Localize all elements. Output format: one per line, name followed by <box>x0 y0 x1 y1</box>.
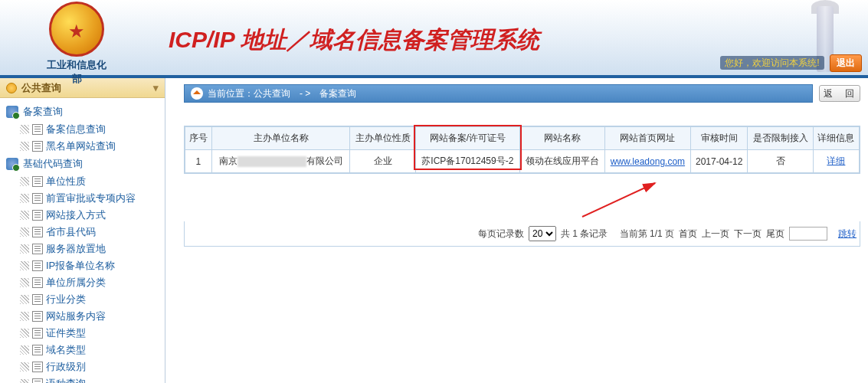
tree-dots-icon <box>20 177 29 186</box>
tree-dots-icon <box>20 312 29 321</box>
goto-link[interactable]: 跳转 <box>838 228 857 241</box>
col-header: 是否限制接入 <box>748 127 813 150</box>
page-icon <box>32 345 43 355</box>
cell-limited: 否 <box>748 150 813 173</box>
total-label: 共 1 条记录 <box>561 228 608 241</box>
sidebar-item-label: 单位所属分类 <box>46 276 106 290</box>
next-page[interactable]: 下一页 <box>734 228 762 241</box>
detail-link[interactable]: 详细 <box>827 155 845 166</box>
tree-dots-icon <box>20 211 29 220</box>
sidebar-item[interactable]: 单位所属分类 <box>3 274 162 291</box>
folder-icon <box>6 158 18 170</box>
col-header: 网站首页网址 <box>604 127 690 150</box>
bullet-icon <box>6 83 17 93</box>
sidebar-group[interactable]: 基础代码查询 <box>3 155 162 173</box>
sidebar-item-label: IP报备单位名称 <box>46 259 115 273</box>
col-header: 详细信息 <box>813 127 859 150</box>
breadcrumb-prefix: 当前位置： <box>208 87 254 100</box>
sidebar-item[interactable]: 黑名单网站查询 <box>3 138 162 155</box>
sidebar-item-label: 语种查询 <box>46 377 86 383</box>
sidebar-item-label: 前置审批或专项内容 <box>46 192 136 205</box>
sidebar-item[interactable]: 网站接入方式 <box>3 207 162 224</box>
sidebar-item-label: 服务器放置地 <box>46 242 106 256</box>
home-icon <box>191 87 203 100</box>
first-page[interactable]: 首页 <box>679 228 697 241</box>
tree-dots-icon <box>20 345 29 355</box>
goto-input[interactable] <box>789 227 827 241</box>
page-icon <box>32 176 43 187</box>
page-icon <box>32 294 43 305</box>
sidebar-group-label: 基础代码查询 <box>23 157 83 171</box>
page-icon <box>32 328 43 339</box>
page-icon <box>32 311 43 322</box>
breadcrumb: 当前位置： 公共查询 - > 备案查询 <box>184 84 813 103</box>
sidebar-item[interactable]: 备案信息查询 <box>3 121 162 138</box>
redacted-text <box>237 156 306 167</box>
breadcrumb-path: 公共查询 - > 备案查询 <box>254 87 356 100</box>
sidebar-item-label: 单位性质 <box>46 175 86 188</box>
result-table: 序号主办单位名称主办单位性质网站备案/许可证号网站名称网站首页网址审核时间是否限… <box>184 126 860 174</box>
sidebar-item[interactable]: 域名类型 <box>3 342 162 358</box>
page-icon <box>32 141 43 152</box>
sidebar-item[interactable]: 证件类型 <box>3 325 162 342</box>
back-button[interactable]: 返 回 <box>819 85 860 102</box>
sidebar-item-label: 黑名单网站查询 <box>46 139 116 153</box>
sidebar-item-label: 网站接入方式 <box>46 208 106 222</box>
per-page-label: 每页记录数 <box>478 228 524 241</box>
tree-dots-icon <box>20 228 29 237</box>
sidebar-item[interactable]: 服务器放置地 <box>3 241 162 257</box>
cell-nature: 企业 <box>350 150 415 173</box>
prev-page[interactable]: 上一页 <box>702 228 729 241</box>
cell-review: 2017-04-12 <box>691 150 748 173</box>
cell-seq: 1 <box>185 150 212 173</box>
last-page[interactable]: 尾页 <box>766 228 784 241</box>
org-label: 工业和信息化部 <box>46 58 107 86</box>
tree-dots-icon <box>20 329 29 338</box>
page-icon <box>32 277 43 288</box>
col-header: 审核时间 <box>691 127 748 150</box>
col-header: 主办单位性质 <box>350 127 415 150</box>
page-icon <box>32 210 43 221</box>
sidebar-item-label: 省市县代码 <box>46 225 96 239</box>
sidebar-item[interactable]: 语种查询 <box>3 375 162 383</box>
per-page-select[interactable]: 20 <box>529 226 556 241</box>
col-header: 网站名称 <box>519 127 604 150</box>
sidebar-item[interactable]: 单位性质 <box>3 173 162 190</box>
sidebar-item-label: 网站服务内容 <box>46 309 106 323</box>
sidebar-item[interactable]: 网站服务内容 <box>3 308 162 325</box>
sidebar: 公共查询 ▾ 备案查询备案信息查询黑名单网站查询基础代码查询单位性质前置审批或专… <box>0 78 165 383</box>
tree-dots-icon <box>20 379 29 383</box>
sidebar-item[interactable]: IP报备单位名称 <box>3 257 162 274</box>
sidebar-item[interactable]: 前置审批或专项内容 <box>3 190 162 207</box>
page-icon <box>32 124 43 135</box>
system-title: ICP/IP 地址／域名信息备案管理系统 <box>169 25 539 56</box>
sidebar-item[interactable]: 行政级别 <box>3 358 162 375</box>
sidebar-item-label: 行业分类 <box>46 293 86 306</box>
header-banner: ★ 工业和信息化部 ICP/IP 地址／域名信息备案管理系统 您好，欢迎访问本系… <box>0 0 868 78</box>
national-emblem: ★ 工业和信息化部 <box>46 2 107 63</box>
main-content: 当前位置： 公共查询 - > 备案查询 返 回 序号主办单位名称主办单位性质网站… <box>165 78 868 383</box>
logout-button[interactable]: 退出 <box>830 54 862 72</box>
sidebar-item-label: 行政级别 <box>46 360 86 374</box>
tree-dots-icon <box>20 295 29 304</box>
sidebar-item-label: 备案信息查询 <box>46 123 106 136</box>
tree-dots-icon <box>20 261 29 270</box>
annotation-arrow <box>575 180 860 218</box>
sidebar-group[interactable]: 备案查询 <box>3 103 162 121</box>
welcome-text: 您好，欢迎访问本系统! <box>720 56 824 70</box>
cell-licence: 苏ICP备17012459号-2 <box>415 150 519 173</box>
homepage-link[interactable]: www.leadong.com <box>611 156 685 167</box>
col-header: 序号 <box>185 127 212 150</box>
cell-detail: 详细 <box>813 150 859 173</box>
sidebar-item[interactable]: 行业分类 <box>3 291 162 308</box>
sidebar-item[interactable]: 省市县代码 <box>3 224 162 241</box>
page-icon <box>32 244 43 254</box>
tree-dots-icon <box>20 244 29 254</box>
sidebar-item-label: 域名类型 <box>46 343 86 357</box>
page-icon <box>32 260 43 271</box>
welcome-bar: 您好，欢迎访问本系统! 退出 <box>720 54 862 72</box>
page-icon <box>32 362 43 372</box>
cell-sitename: 领动在线应用平台 <box>519 150 604 173</box>
tree-dots-icon <box>20 278 29 287</box>
tree-dots-icon <box>20 142 29 151</box>
